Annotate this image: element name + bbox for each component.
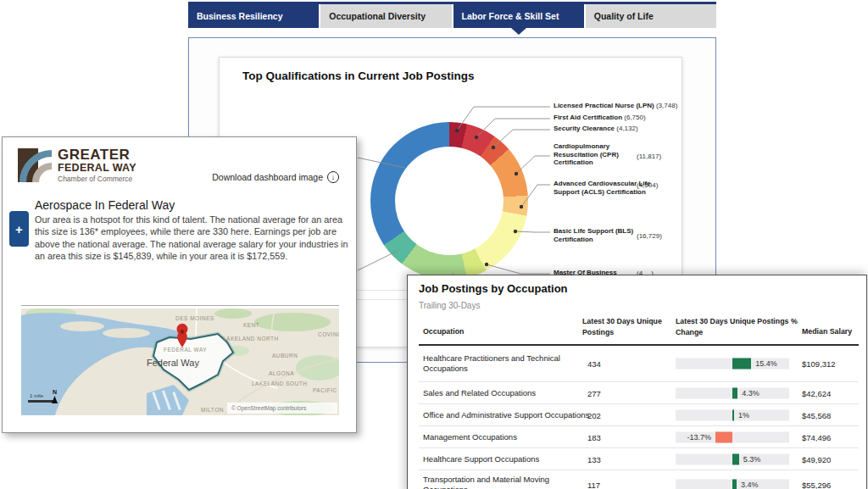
change-label: -13.7% xyxy=(687,432,712,441)
donut-label-first-aid-certification: First Aid Certification (6,750) xyxy=(554,114,646,122)
logo-line-3: Chamber of Commerce xyxy=(58,175,136,183)
table-row-sales-and-related-occupations[interactable]: Sales and Related Occupations2774.3%$42,… xyxy=(419,381,859,403)
median-salary-cell: $45,568 xyxy=(802,410,831,420)
change-bar xyxy=(732,358,751,370)
tab-labor-force-skill-set[interactable]: Labor Force & Skill Set xyxy=(453,4,584,28)
column-header-occupation[interactable]: Occupation xyxy=(423,326,464,337)
postings-cell: 183 xyxy=(587,432,601,442)
section-body-text: Our area is a hotspot for this kind of t… xyxy=(35,214,352,262)
map-label-federal-way: Federal Way xyxy=(147,358,199,368)
expand-button[interactable]: + xyxy=(9,211,29,247)
median-salary-cell: $42,624 xyxy=(802,388,831,397)
tab-quality-of-life[interactable]: Quality of Life xyxy=(586,4,716,28)
change-bar-track: 15.4% xyxy=(676,358,789,370)
donut-label-value: (4,132) xyxy=(615,125,638,132)
chamber-logo-icon xyxy=(18,148,52,182)
donut-label-basic-life-support-bls-certification: Basic Life Support (BLS)Certification xyxy=(554,227,633,243)
table-row-management-occupations[interactable]: Management Occupations183-13.7%$74,496 xyxy=(419,425,859,447)
download-icon: ↓ xyxy=(327,171,339,183)
donut-label-security-clearance: Security Clearance (4,132) xyxy=(554,125,638,133)
change-label: 4.3% xyxy=(742,388,760,397)
map-scale-bar xyxy=(28,400,53,403)
tab-label: Occupational Diversity xyxy=(329,11,426,21)
change-bar-track: 3.4% xyxy=(676,479,789,489)
change-label: 1% xyxy=(738,410,749,419)
map-attribution: © OpenStreetMap contributors xyxy=(231,405,307,412)
median-salary-cell: $109,312 xyxy=(802,359,836,369)
federal-way-summary-card: GREATER FEDERAL WAY Chamber of Commerce … xyxy=(2,136,357,433)
column-header-postings[interactable]: Latest 30 Days UniquePostings xyxy=(582,316,662,338)
occupation-cell: Healthcare Support Occupations xyxy=(423,448,593,470)
tab-label: Business Resiliency xyxy=(197,11,283,21)
map-scale-label: 1 mile xyxy=(30,393,44,398)
map-label-kent: KENT xyxy=(243,322,259,328)
map-label-covington: COVING xyxy=(318,331,339,337)
change-bar xyxy=(732,453,739,464)
job-panel-title: Job Postings by Occupation xyxy=(419,282,568,295)
change-bar-track: 1% xyxy=(676,409,789,420)
occupation-cell: Office and Administrative Support Occupa… xyxy=(423,404,593,425)
leader-line xyxy=(487,264,550,274)
chart-title: Top Qualifications in Current Job Postin… xyxy=(242,69,475,82)
occupation-cell: Sales and Related Occupations xyxy=(423,382,593,403)
federal-way-map[interactable]: DES MOINES KENT COVING LAKELAND NORTH AU… xyxy=(21,308,339,415)
change-bar xyxy=(732,387,737,398)
change-label: 3.4% xyxy=(741,480,759,488)
map-label-des-moines: DES MOINES xyxy=(175,315,214,321)
median-salary-cell: $55,296 xyxy=(802,480,831,489)
tab-label: Quality of Life xyxy=(594,11,654,21)
qualifications-donut-chart[interactable] xyxy=(370,122,528,280)
change-bar-track: -13.7% xyxy=(676,431,789,442)
donut-label-value: (6,750) xyxy=(622,114,646,121)
change-label: 15.4% xyxy=(755,359,777,368)
median-salary-cell: $49,920 xyxy=(802,454,831,464)
postings-cell: 277 xyxy=(587,388,601,397)
map-compass-label: N xyxy=(53,389,57,395)
change-bar xyxy=(732,409,734,420)
job-postings-table: Healthcare Practitioners and Technical O… xyxy=(419,346,859,489)
section-title: Aerospace In Federal Way xyxy=(35,198,175,212)
postings-cell: 117 xyxy=(587,480,600,489)
donut-label-value: (11,817) xyxy=(637,153,661,160)
logo-line-1: GREATER xyxy=(58,147,136,163)
map-label-lakeland-north: LAKELAND NORTH xyxy=(223,336,279,342)
map-label-federal-way-small: FEDERAL WAY xyxy=(164,347,207,353)
change-bar xyxy=(732,479,737,489)
table-row-transportation-and-material-moving-occup[interactable]: Transportation and Material Moving Occup… xyxy=(419,470,859,489)
postings-cell: 133 xyxy=(587,454,601,464)
map-label-pacific: PACIFIC xyxy=(313,387,337,393)
download-label: Download dashboard image xyxy=(212,172,323,182)
occupation-cell: Management Occupations xyxy=(423,426,593,447)
change-bar-track: 4.3% xyxy=(676,387,789,398)
donut-label-value: (3,748) xyxy=(654,102,678,109)
table-row-office-and-administrative-support-occupa[interactable]: Office and Administrative Support Occupa… xyxy=(419,403,859,425)
table-row-healthcare-support-occupations[interactable]: Healthcare Support Occupations1335.3%$49… xyxy=(419,447,859,470)
download-dashboard-image-button[interactable]: Download dashboard image ↓ xyxy=(212,171,339,183)
map-label-auburn: AUBURN xyxy=(272,353,298,358)
donut-label-licensed-practical-nurse-lpn: Licensed Practical Nurse (LPN) (3,748) xyxy=(554,102,677,110)
donut-label-value: (16,729) xyxy=(637,232,662,240)
chamber-logo: GREATER FEDERAL WAY Chamber of Commerce xyxy=(18,147,136,183)
dashboard-tab-bar: Business ResiliencyOccupational Diversit… xyxy=(188,2,716,28)
occupation-cell: Healthcare Practitioners and Technical O… xyxy=(423,346,593,381)
postings-cell: 202 xyxy=(587,410,601,420)
map-label-algona: ALGONA xyxy=(269,370,294,376)
logo-line-2: FEDERAL WAY xyxy=(58,163,136,175)
tab-label: Labor Force & Skill Set xyxy=(462,11,559,21)
median-salary-cell: $74,496 xyxy=(802,432,831,442)
change-bar xyxy=(715,431,732,442)
table-row-healthcare-practitioners-and-technical-o[interactable]: Healthcare Practitioners and Technical O… xyxy=(419,346,859,381)
donut-label-value: (4,504) xyxy=(637,181,658,189)
divider xyxy=(21,305,339,306)
map-label-lakeland-south: LAKELAND SOUTH xyxy=(252,381,308,386)
donut-label-cardiopulmonary-resuscitation-cpr-certification: CardiopulmonaryResuscitation (CPR)Certif… xyxy=(554,142,619,167)
change-label: 5.3% xyxy=(743,454,761,463)
job-panel-subtitle: Trailing 30-Days xyxy=(419,301,480,310)
plus-icon: + xyxy=(15,222,23,236)
column-header-change[interactable]: Latest 30 Days Unique Postings %Change xyxy=(676,316,798,338)
tab-business-resiliency[interactable]: Business Resiliency xyxy=(188,4,319,28)
tab-occupational-diversity[interactable]: Occupational Diversity xyxy=(320,4,451,28)
postings-cell: 434 xyxy=(587,359,601,369)
chamber-logo-text: GREATER FEDERAL WAY Chamber of Commerce xyxy=(58,147,136,183)
column-header-median-salary[interactable]: Median Salary xyxy=(802,326,852,337)
